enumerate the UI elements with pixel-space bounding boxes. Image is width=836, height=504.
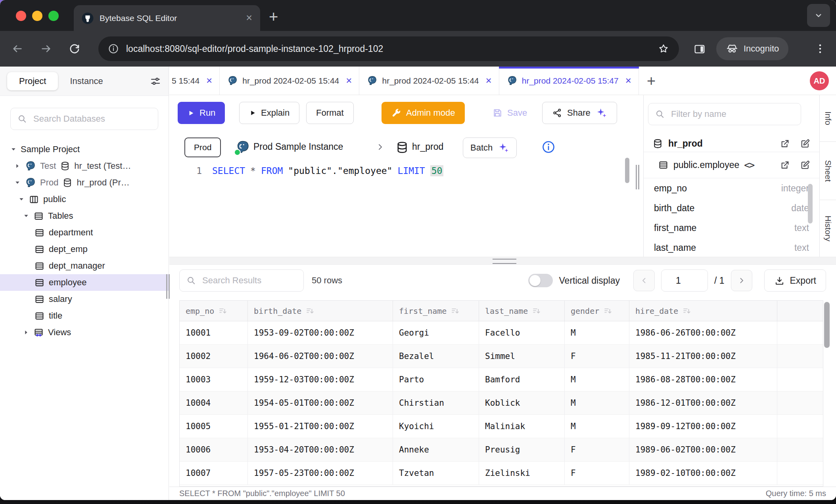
- tab-search-chevron-button[interactable]: [807, 4, 830, 27]
- sort-icon[interactable]: [682, 306, 692, 316]
- forward-icon[interactable]: [40, 42, 52, 55]
- results-toolbar: 50 rows Vertical display / 1: [179, 269, 826, 292]
- divider-drag-handle[interactable]: [493, 259, 516, 264]
- next-page-button[interactable]: [731, 270, 752, 291]
- share-button[interactable]: Share: [542, 102, 617, 124]
- tree-item-prod-database[interactable]: Prod hr_prod (Pr…: [0, 174, 169, 191]
- column-header-birth-date[interactable]: birth_date: [248, 301, 393, 321]
- table-cell: 1986-08-28T00:00:00Z: [629, 368, 777, 391]
- column-row[interactable]: emp_no integer: [644, 178, 819, 198]
- results-search[interactable]: [179, 269, 304, 292]
- previous-page-button[interactable]: [633, 270, 655, 291]
- export-button[interactable]: Export: [764, 269, 826, 292]
- explain-button[interactable]: Explain: [239, 102, 299, 124]
- tree-item-sample-project[interactable]: Sample Project: [0, 141, 169, 158]
- side-panel-icon[interactable]: [693, 43, 706, 55]
- query-tab[interactable]: hr_prod 2024-02-05 15:44 ×: [359, 67, 499, 95]
- close-tab-icon[interactable]: ×: [625, 74, 631, 87]
- schema-filter[interactable]: [648, 103, 801, 125]
- rail-tab-info[interactable]: Info: [820, 95, 836, 142]
- tree-item-test-database[interactable]: Test hr_test (Test…: [0, 158, 169, 174]
- window-minimize-button[interactable]: [32, 11, 42, 21]
- panel-divider[interactable]: [169, 257, 836, 265]
- column-header-hire-date[interactable]: hire_date: [629, 301, 777, 321]
- rail-tab-label: Sheet: [823, 160, 833, 182]
- table-row: 10004 1954-05-01T00:00:00Z Chirstian Kob…: [180, 391, 823, 415]
- sql-editor[interactable]: 1 SELECT*FROM"public"."employee"LIMIT50: [169, 166, 643, 257]
- tree-item-table-salary[interactable]: salary: [0, 291, 169, 307]
- column-header-gender[interactable]: gender: [565, 301, 629, 321]
- browser-tab[interactable]: Bytebase SQL Editor ×: [74, 5, 260, 31]
- tree-item-tables-group[interactable]: Tables: [0, 208, 169, 224]
- address-bar[interactable]: localhost:8080/sql-editor/prod-sample-in…: [98, 36, 679, 61]
- query-tab[interactable]: hr_prod 2024-02-05 15:44 ×: [220, 67, 359, 95]
- tree-item-table-dept_emp[interactable]: dept_emp: [0, 241, 169, 258]
- user-avatar[interactable]: AD: [810, 71, 829, 90]
- close-tab-icon[interactable]: ×: [346, 74, 352, 87]
- bookmark-star-icon[interactable]: [658, 43, 669, 55]
- tree-item-table-title[interactable]: title: [0, 307, 169, 324]
- search-results-input[interactable]: [201, 275, 297, 286]
- column-list-scrollbar[interactable]: [808, 184, 813, 223]
- tree-item-table-dept_manager[interactable]: dept_manager: [0, 258, 169, 274]
- run-button[interactable]: Run: [178, 102, 225, 124]
- rail-tab-sheet[interactable]: Sheet: [820, 142, 836, 200]
- external-link-icon[interactable]: [780, 138, 790, 149]
- admin-mode-button[interactable]: Admin mode: [382, 102, 465, 124]
- column-row[interactable]: last_name text: [644, 238, 819, 257]
- tab-instance[interactable]: Instance: [58, 72, 115, 90]
- browser-menu-icon[interactable]: [814, 42, 826, 55]
- tree-item-schema-public[interactable]: public: [0, 191, 169, 208]
- postgresql-icon: [506, 75, 518, 86]
- admin-mode-label: Admin mode: [406, 108, 455, 118]
- close-tab-icon[interactable]: ×: [486, 74, 492, 87]
- column-row[interactable]: birth_date date: [644, 198, 819, 218]
- sort-icon[interactable]: [305, 306, 315, 316]
- filter-settings-icon[interactable]: [150, 75, 161, 87]
- filter-by-name-input[interactable]: [670, 109, 794, 120]
- external-link-icon[interactable]: [780, 160, 790, 170]
- tree-item-table-department[interactable]: department: [0, 224, 169, 241]
- column-header-last-name[interactable]: last_name: [479, 301, 565, 321]
- reload-icon[interactable]: [68, 42, 81, 55]
- browser-tab-close-icon[interactable]: ×: [246, 13, 252, 23]
- edit-icon[interactable]: [800, 138, 811, 149]
- editor-scrollbar[interactable]: [625, 158, 629, 183]
- column-row[interactable]: first_name text: [644, 218, 819, 238]
- sort-icon[interactable]: [532, 306, 541, 316]
- tab-project[interactable]: Project: [7, 72, 58, 90]
- tree-item-table-employee[interactable]: employee: [0, 274, 169, 291]
- results-scrollbar[interactable]: [824, 302, 830, 348]
- instance-name[interactable]: Prod Sample Instance: [253, 141, 343, 152]
- column-header-first-name[interactable]: first_name: [393, 301, 479, 321]
- tree-item-views-group[interactable]: Views: [0, 324, 169, 341]
- new-query-tab-button[interactable]: +: [647, 73, 656, 88]
- info-icon[interactable]: [541, 140, 556, 154]
- window-close-button[interactable]: [16, 11, 26, 21]
- new-browser-tab-button[interactable]: +: [269, 9, 278, 25]
- back-icon[interactable]: [11, 42, 24, 55]
- format-button[interactable]: Format: [306, 102, 354, 124]
- page-number-input[interactable]: [661, 269, 708, 292]
- rail-tab-history[interactable]: History: [820, 200, 836, 257]
- window-zoom-button[interactable]: [48, 11, 59, 21]
- database-search[interactable]: [10, 108, 158, 130]
- close-tab-icon[interactable]: ×: [206, 74, 212, 87]
- environment-chip[interactable]: Prod: [184, 137, 221, 157]
- search-databases-input[interactable]: [33, 113, 151, 124]
- right-panel-resize-handle[interactable]: [636, 165, 639, 189]
- sort-icon[interactable]: [451, 306, 460, 316]
- edit-icon[interactable]: [800, 160, 811, 170]
- column-header-emp-no[interactable]: emp_no: [180, 301, 248, 321]
- query-tab-active[interactable]: hr_prod 2024-02-05 15:47 ×: [499, 67, 639, 95]
- sort-icon[interactable]: [218, 306, 228, 316]
- code-icon[interactable]: <>: [744, 160, 754, 171]
- sort-icon[interactable]: [603, 306, 613, 316]
- connected-database-name[interactable]: hr_prod: [412, 141, 443, 152]
- site-info-icon[interactable]: [108, 43, 119, 54]
- batch-button[interactable]: Batch: [463, 137, 517, 158]
- vertical-display-toggle[interactable]: [528, 274, 553, 287]
- query-tab-clipped[interactable]: 5 15:44 ×: [169, 67, 220, 95]
- save-button[interactable]: Save: [488, 102, 531, 124]
- table-label: salary: [49, 294, 72, 304]
